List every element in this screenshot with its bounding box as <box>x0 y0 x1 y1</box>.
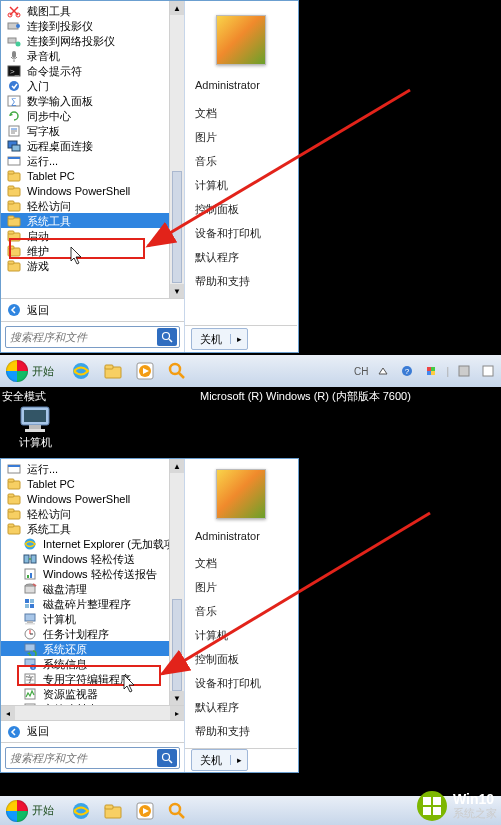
program-item[interactable]: 计算机 <box>1 611 184 626</box>
program-item[interactable]: i系统信息 <box>1 656 184 671</box>
right-panel-link[interactable]: 默认程序 <box>185 245 297 269</box>
program-item-label: 系统工具 <box>27 522 71 536</box>
svg-rect-48 <box>427 367 431 371</box>
search-box[interactable] <box>5 747 180 769</box>
program-item[interactable]: 轻松访问 <box>1 506 184 521</box>
tray-help-icon[interactable]: ? <box>398 362 416 380</box>
search-input[interactable] <box>8 330 157 344</box>
program-item[interactable]: 系统工具 <box>1 521 184 536</box>
program-item[interactable]: Windows 轻松传送报告 <box>1 566 184 581</box>
program-item[interactable]: 连接到投影仪 <box>1 18 184 33</box>
right-panel-link[interactable]: 帮助和支持 <box>185 720 297 744</box>
shutdown-menu-arrow-icon[interactable]: ▸ <box>230 334 247 344</box>
right-panel-link[interactable]: 计算机 <box>185 624 297 648</box>
program-item[interactable]: 磁盘碎片整理程序 <box>1 596 184 611</box>
shutdown-button[interactable]: 关机 ▸ <box>191 749 248 771</box>
right-panel-link[interactable]: 音乐 <box>185 600 297 624</box>
svg-rect-63 <box>8 494 14 497</box>
program-item[interactable]: 截图工具 <box>1 3 184 18</box>
right-panel-link[interactable]: 音乐 <box>185 149 297 173</box>
scroll-right-icon[interactable]: ▸ <box>170 706 184 720</box>
program-item[interactable]: Windows PowerShell <box>1 183 184 198</box>
program-item[interactable]: 运行... <box>1 153 184 168</box>
right-panel-link[interactable]: 控制面板 <box>185 648 297 672</box>
scroll-left-icon[interactable]: ◂ <box>1 706 15 720</box>
program-item[interactable]: Tablet PC <box>1 476 184 491</box>
program-item[interactable]: 写字板 <box>1 123 184 138</box>
svg-rect-20 <box>8 157 20 159</box>
search-input[interactable] <box>8 751 157 765</box>
start-button[interactable]: 开始 <box>4 798 62 824</box>
right-panel-link[interactable]: 图片 <box>185 576 297 600</box>
right-panel-link[interactable]: 设备和打印机 <box>185 221 297 245</box>
folder-icon <box>7 477 21 491</box>
program-item[interactable]: 入门 <box>1 78 184 93</box>
shutdown-menu-arrow-icon[interactable]: ▸ <box>230 755 247 765</box>
program-item[interactable]: >_命令提示符 <box>1 63 184 78</box>
explorer-taskbar-icon[interactable] <box>100 359 126 383</box>
right-panel-link[interactable]: 帮助和支持 <box>185 269 297 293</box>
program-item[interactable]: 远程桌面连接 <box>1 138 184 153</box>
tray-icon-generic2[interactable] <box>479 362 497 380</box>
svg-text:∑: ∑ <box>11 97 17 106</box>
program-item[interactable]: 维护 <box>1 243 184 258</box>
ie-taskbar-icon[interactable] <box>68 799 94 823</box>
system-tray: CH ? | <box>354 362 497 380</box>
program-item[interactable]: A字符映射表 <box>1 701 184 705</box>
tray-triangle-icon[interactable] <box>374 362 392 380</box>
scroll-thumb[interactable] <box>172 599 182 691</box>
right-panel-link[interactable]: 文档 <box>185 101 297 125</box>
tray-icon-generic[interactable] <box>455 362 473 380</box>
scrollbar-horizontal[interactable]: ◂ ▸ <box>1 705 184 720</box>
program-item[interactable]: 任务计划程序 <box>1 626 184 641</box>
svg-point-3 <box>16 24 20 28</box>
scroll-up-icon[interactable]: ▲ <box>170 1 184 15</box>
search-box[interactable] <box>5 326 180 348</box>
program-item[interactable]: Internet Explorer (无加载项) <box>1 536 184 551</box>
scroll-thumb[interactable] <box>172 171 182 283</box>
program-item[interactable]: 连接到网络投影仪 <box>1 33 184 48</box>
scroll-down-icon[interactable]: ▼ <box>170 284 184 298</box>
program-item[interactable]: ∑数学输入面板 <box>1 93 184 108</box>
back-button[interactable]: 返回 <box>1 298 184 321</box>
program-item[interactable]: 同步中心 <box>1 108 184 123</box>
shutdown-button[interactable]: 关机 ▸ <box>191 328 248 350</box>
program-item[interactable]: 字专用字符编辑程序 <box>1 671 184 686</box>
program-item[interactable]: Tablet PC <box>1 168 184 183</box>
right-panel-link[interactable]: 计算机 <box>185 173 297 197</box>
program-item[interactable]: 游戏 <box>1 258 184 273</box>
program-item[interactable]: Windows PowerShell <box>1 491 184 506</box>
tray-flag-icon[interactable] <box>422 362 440 380</box>
program-item[interactable]: 运行... <box>1 461 184 476</box>
scrollbar-vertical[interactable]: ▲ ▼ <box>169 1 184 298</box>
right-panel-link[interactable]: 图片 <box>185 125 297 149</box>
folder-icon <box>7 199 21 213</box>
scroll-up-icon[interactable]: ▲ <box>170 459 184 473</box>
back-button[interactable]: 返回 <box>1 720 184 742</box>
search-icon[interactable] <box>157 328 177 346</box>
magnifier-taskbar-icon[interactable] <box>164 359 190 383</box>
scroll-down-icon[interactable]: ▼ <box>170 691 184 705</box>
program-item[interactable]: 轻松访问 <box>1 198 184 213</box>
program-item[interactable]: 录音机 <box>1 48 184 63</box>
media-player-taskbar-icon[interactable] <box>132 799 158 823</box>
desktop-computer-icon[interactable]: 计算机 <box>5 403 65 450</box>
right-panel-link[interactable]: 控制面板 <box>185 197 297 221</box>
program-item[interactable]: 系统还原 <box>1 641 184 656</box>
language-indicator[interactable]: CH <box>354 366 368 377</box>
magnifier-taskbar-icon[interactable] <box>164 799 190 823</box>
program-item[interactable]: 资源监视器 <box>1 686 184 701</box>
start-button[interactable]: 开始 <box>4 358 62 384</box>
program-item[interactable]: 启动 <box>1 228 184 243</box>
right-panel-link[interactable]: 文档 <box>185 552 297 576</box>
program-item[interactable]: 磁盘清理 <box>1 581 184 596</box>
search-icon[interactable] <box>157 749 177 767</box>
ie-taskbar-icon[interactable] <box>68 359 94 383</box>
explorer-taskbar-icon[interactable] <box>100 799 126 823</box>
program-item[interactable]: 系统工具 <box>1 213 184 228</box>
scrollbar-vertical[interactable]: ▲ ▼ <box>169 459 184 705</box>
media-player-taskbar-icon[interactable] <box>132 359 158 383</box>
right-panel-link[interactable]: 设备和打印机 <box>185 672 297 696</box>
program-item[interactable]: Windows 轻松传送 <box>1 551 184 566</box>
right-panel-link[interactable]: 默认程序 <box>185 696 297 720</box>
